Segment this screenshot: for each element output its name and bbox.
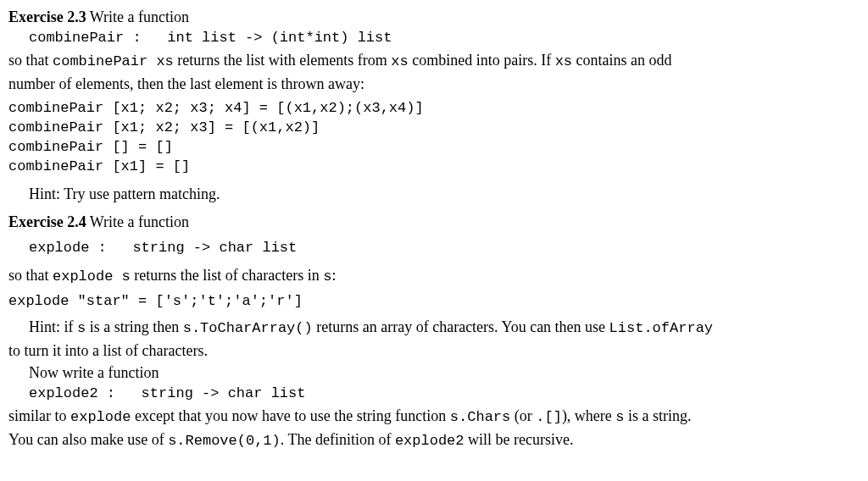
code-inline: s [77,320,86,336]
combinepair-signature: combinePair : int list -> (int*int) list [8,29,860,48]
text-segment: similar to [8,407,70,424]
text-segment: returns an array of characters. You can … [313,318,609,335]
text-segment: returns the list with elements from [174,52,391,69]
exercise-24-hint-line2: to turn it into a list of characters. [8,340,860,361]
exercise-24-heading: Exercise 2.4 Write a function [8,212,860,232]
code-inline: explode s [53,268,131,285]
exercise-23-heading-rest: Write a function [86,8,189,25]
exercise-23-intro-line1: so that combinePair xs returns the list … [8,50,860,72]
exercise-23-heading: Exercise 2.3 Write a function [8,7,860,27]
exercise-24-label: Exercise 2.4 [8,213,86,230]
text-segment: except that you now have to use the stri… [131,407,449,424]
code-inline: explode2 [395,433,465,449]
exercise-24-intro: so that explode s returns the list of ch… [8,265,860,287]
explode2-signature: explode2 : string -> char list [8,384,860,404]
code-inline: combinePair xs [53,53,174,69]
exercise-24-now: Now write a function [8,362,860,383]
text-segment: is a string then [86,318,183,335]
code-inline: xs [391,53,408,69]
explode-signature: explode : string -> char list [8,239,860,258]
exercise-23-label: Exercise 2.3 [8,8,86,25]
text-segment: so that [8,52,53,69]
text-segment: returns the list of characters in [131,267,323,284]
text-segment: ), where [562,407,615,424]
text-segment: contains an odd [572,52,671,69]
code-inline: xs [555,53,572,69]
exercise-24-tail-line2: You can also make use of s.Remove(0,1). … [8,429,860,451]
code-inline: s.Remove(0,1) [168,433,281,449]
exercise-24-hint-line1: Hint: if s is a string then s.ToCharArra… [8,317,860,339]
code-inline: .[] [536,409,562,425]
text-segment: You can also make use of [8,431,168,448]
text-segment: combined into pairs. If [409,52,555,69]
text-segment: : [331,267,336,284]
text-segment: so that [8,267,53,284]
exercise-24-tail-line1: similar to explode except that you now h… [8,406,860,428]
code-inline: s.Chars [450,409,510,425]
code-inline: explode [70,409,131,425]
code-inline: s.ToCharArray() [183,320,313,336]
text-segment: Hint: if [29,318,77,335]
text-segment: is a string. [625,407,692,424]
text-segment: . The definition of [281,431,395,448]
exercise-23-intro-line2: number of elements, then the last elemen… [8,74,860,94]
text-segment: (or [510,407,536,424]
code-inline: List.ofArray [609,320,713,336]
exercise-24-heading-rest: Write a function [86,213,189,230]
exercise-23-hint: Hint: Try use pattern matching. [8,184,860,204]
combinepair-examples: combinePair [x1; x2; x3; x4] = [(x1,x2);… [8,99,860,177]
explode-example: explode "star" = ['s';'t';'a';'r'] [8,292,860,312]
code-inline: s [323,268,331,285]
text-segment: will be recursive. [465,431,574,448]
code-inline: s [615,409,624,425]
